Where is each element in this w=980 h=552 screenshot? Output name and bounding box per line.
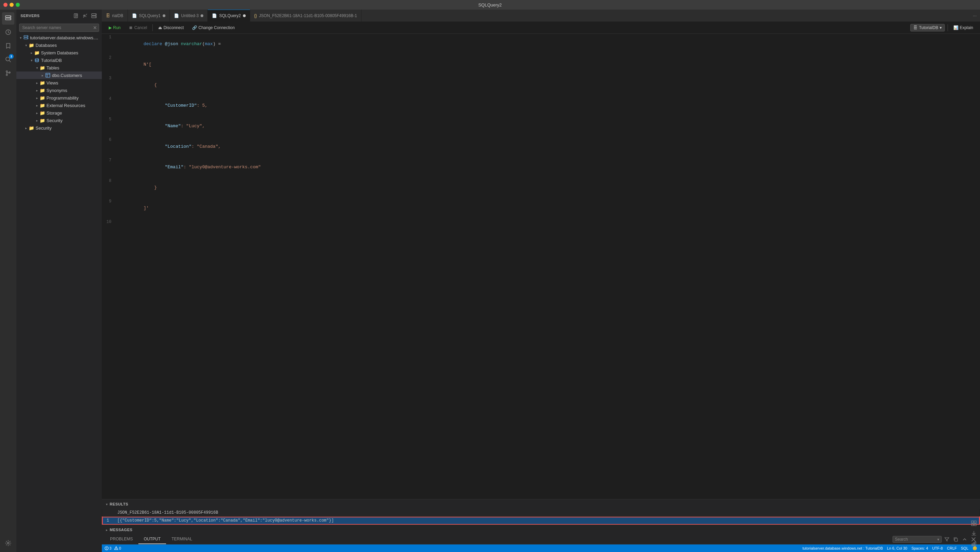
- tree-arrow-storage[interactable]: [34, 110, 40, 116]
- table-row[interactable]: 1 [{"CustomerID":5,"Name":"Lucy","Locati…: [102, 517, 980, 525]
- tree-arrow-databases[interactable]: [23, 42, 29, 48]
- search-badge: 3: [9, 54, 14, 59]
- tree-arrow-external-resources[interactable]: [34, 103, 40, 108]
- tree-item-system-dbs[interactable]: 📁 System Databases: [16, 49, 102, 56]
- bookmarks-activity-icon[interactable]: [2, 40, 14, 52]
- code-line-5: 5 "Name": "Lucy",: [102, 116, 980, 136]
- maximize-results-icon[interactable]: [969, 549, 978, 552]
- messages-header[interactable]: ▸ MESSAGES: [102, 525, 980, 534]
- svg-point-19: [35, 59, 38, 60]
- tree-item-external-resources[interactable]: 📁 External Resources: [16, 102, 102, 109]
- new-query-icon[interactable]: [72, 12, 80, 19]
- run-button[interactable]: ▶ Run: [106, 24, 123, 31]
- warning-count[interactable]: 0: [114, 546, 121, 550]
- bottom-search-input[interactable]: [895, 537, 936, 542]
- svg-point-9: [8, 542, 9, 544]
- search-input[interactable]: [19, 24, 99, 32]
- tab-json[interactable]: {} JSON_F52E2B61-18A1-11d1-B105-00805F49…: [250, 10, 361, 22]
- app-body: 3 SERVERS: [0, 10, 980, 552]
- disconnect-button[interactable]: ⏏ Disconnect: [156, 24, 186, 31]
- tab-output-label: OUTPUT: [144, 537, 161, 541]
- tree-item-security-db[interactable]: 📁 Security: [16, 116, 102, 124]
- results-collapse-icon: ▾: [106, 503, 108, 506]
- error-count[interactable]: 3: [105, 546, 111, 550]
- tab-untitled3[interactable]: 📄 Untitled-3: [170, 10, 208, 22]
- server-connection-status[interactable]: tutorialserver.database.windows.net : Tu…: [802, 546, 883, 550]
- line-num-7: 7: [102, 157, 116, 177]
- minimize-button[interactable]: [10, 3, 14, 7]
- cancel-button[interactable]: ⏹ Cancel: [126, 24, 150, 31]
- search-dropdown-icon[interactable]: ▾: [937, 537, 939, 542]
- scroll-up-icon[interactable]: [961, 536, 968, 543]
- export-icon[interactable]: [969, 529, 978, 538]
- copy-icon[interactable]: [952, 536, 959, 543]
- explain-button[interactable]: 📊 Explain: [951, 24, 976, 31]
- tab-problems[interactable]: PROBLEMS: [105, 534, 138, 544]
- tree-arrow-tables[interactable]: [34, 65, 40, 70]
- language-status[interactable]: SQL: [961, 546, 968, 550]
- explain-icon: 📊: [953, 25, 958, 30]
- customers-table-icon: [45, 72, 51, 78]
- tree-item-tables[interactable]: 📁 Tables: [16, 64, 102, 72]
- tree-arrow-tutorialdb[interactable]: [29, 57, 34, 63]
- tab-overflow-button[interactable]: ···: [969, 10, 980, 22]
- maximize-button[interactable]: [16, 3, 20, 7]
- tree-item-views[interactable]: 📁 Views: [16, 79, 102, 86]
- tab-sqlquery1[interactable]: 📄 SQLQuery1: [128, 10, 170, 22]
- tutorialdb-icon: [34, 57, 40, 63]
- line-num-9: 9: [102, 198, 116, 219]
- git-activity-icon[interactable]: [2, 67, 14, 79]
- add-server-icon[interactable]: [90, 12, 98, 19]
- tab-rialdb[interactable]: 🗄 rialDB: [102, 10, 128, 22]
- disconnect-icon[interactable]: [81, 12, 89, 19]
- filter-icon[interactable]: [943, 536, 951, 543]
- history-activity-icon[interactable]: [2, 26, 14, 38]
- tab-sqlquery2[interactable]: 📄 SQLQuery2: [208, 10, 250, 22]
- tree-item-tutorialdb[interactable]: TutorialDB: [16, 56, 102, 64]
- encoding-status[interactable]: UTF-8: [932, 546, 943, 550]
- tree-item-storage[interactable]: 📁 Storage: [16, 109, 102, 116]
- search-clear-icon[interactable]: ✕: [93, 25, 97, 30]
- line-ending-status[interactable]: CRLF: [947, 546, 957, 550]
- tree-item-programmability[interactable]: 📁 Programmability: [16, 94, 102, 102]
- grid-view-icon[interactable]: [969, 518, 978, 528]
- close-button[interactable]: [3, 3, 8, 7]
- tree-arrow-system-dbs[interactable]: [29, 50, 34, 56]
- tab-terminal[interactable]: TERMINAL: [166, 534, 198, 544]
- search-activity-icon[interactable]: 3: [2, 53, 14, 65]
- indentation-status[interactable]: Spaces: 4: [911, 546, 928, 550]
- code-editor[interactable]: 1 declare @json nvarchar(max) = 2 N'[ 3 …: [102, 34, 980, 499]
- results-header[interactable]: ▾ RESULTS: [102, 499, 980, 509]
- results-table-container[interactable]: JSON_F52E2B61-18A1-11d1-B105-00805F49916…: [102, 509, 980, 525]
- tree-arrow-views[interactable]: [34, 80, 40, 86]
- tree-arrow-security-db[interactable]: [34, 118, 40, 123]
- db-selector-name: TutorialDB: [919, 25, 938, 30]
- tree-item-customers[interactable]: dbo.Customers: [16, 72, 102, 79]
- json-column-header: JSON_F52E2B61-18A1-11d1-B105-00805F49916…: [113, 509, 980, 517]
- tree-item-synonyms[interactable]: 📁 Synonyms: [16, 86, 102, 94]
- change-connection-button[interactable]: 🔗 Change Connection: [189, 24, 237, 31]
- tab-output[interactable]: OUTPUT: [138, 534, 166, 544]
- sql1-tab-icon: 📄: [132, 13, 137, 18]
- tree-arrow-security-server[interactable]: [23, 125, 29, 131]
- sidebar-header: SERVERS: [16, 10, 102, 22]
- line-num-6: 6: [102, 136, 116, 157]
- tree-item-databases[interactable]: 📁 Databases: [16, 41, 102, 49]
- change-connection-icon: 🔗: [192, 25, 197, 30]
- tree-arrow-server[interactable]: [18, 35, 23, 40]
- cursor-position[interactable]: Ln 6, Col 30: [887, 546, 907, 550]
- tab-problems-label: PROBLEMS: [110, 537, 133, 541]
- chart-icon[interactable]: [969, 539, 978, 549]
- servers-activity-icon[interactable]: [2, 12, 14, 25]
- tree-arrow-programmability[interactable]: [34, 95, 40, 101]
- line-content-2: N'[: [116, 54, 151, 75]
- tree-arrow-synonyms[interactable]: [34, 88, 40, 93]
- tab-sqlquery2-label: SQLQuery2: [219, 13, 240, 18]
- tree-item-server[interactable]: tutorialserver.database.windows....: [16, 34, 102, 41]
- tree-item-security-server[interactable]: 📁 Security: [16, 124, 102, 132]
- line-content-6: "Location": "Canada",: [116, 136, 221, 157]
- svg-point-7: [6, 74, 8, 76]
- tree-arrow-customers[interactable]: [40, 72, 45, 78]
- db-selector[interactable]: 🗄 TutorialDB ▾: [910, 24, 945, 32]
- settings-activity-icon[interactable]: [2, 537, 14, 549]
